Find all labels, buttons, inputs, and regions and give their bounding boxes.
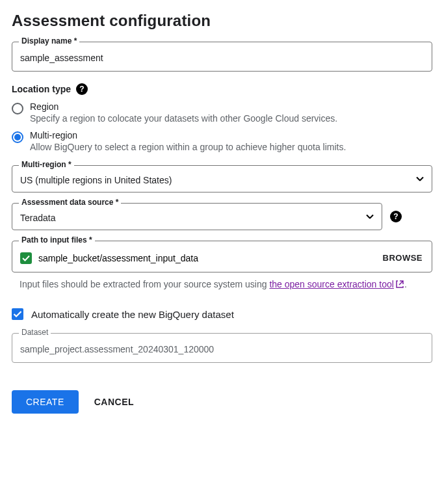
radio-region-desc: Specify a region to colocate your datase… <box>30 113 432 124</box>
auto-create-dataset-checkbox[interactable]: Automatically create the new BigQuery da… <box>12 308 432 320</box>
radio-region[interactable]: Region Specify a region to colocate your… <box>12 101 432 124</box>
radio-icon <box>12 131 23 143</box>
multi-region-label: Multi-region * <box>19 160 74 169</box>
location-type-radio-group: Region Specify a region to colocate your… <box>12 101 432 152</box>
radio-region-title: Region <box>30 101 432 112</box>
help-icon[interactable]: ? <box>76 83 88 95</box>
check-icon <box>20 252 32 264</box>
input-path-hint: Input files should be extracted from you… <box>20 278 432 293</box>
multi-region-value: US (multiple regions in United States) <box>20 175 172 185</box>
chevron-down-icon <box>416 177 424 181</box>
browse-button[interactable]: BROWSE <box>382 250 424 265</box>
radio-icon <box>12 103 23 114</box>
dataset-field: Dataset <box>12 333 432 363</box>
external-link-icon <box>395 279 404 293</box>
extraction-tool-link[interactable]: the open source extraction tool <box>269 279 404 289</box>
dataset-input <box>20 343 424 356</box>
data-source-label: Assessment data source * <box>19 198 121 207</box>
location-type-label: Location type <box>12 84 71 94</box>
radio-multi-region-desc: Allow BigQuery to select a region within… <box>30 142 432 152</box>
create-button[interactable]: CREATE <box>12 390 79 414</box>
input-path-label: Path to input files * <box>19 235 95 245</box>
checkbox-icon <box>12 308 23 320</box>
radio-multi-region[interactable]: Multi-region Allow BigQuery to select a … <box>12 130 432 152</box>
display-name-input[interactable] <box>20 51 424 64</box>
display-name-label: Display name * <box>19 36 79 46</box>
data-source-select[interactable]: Assessment data source * Teradata <box>12 203 382 230</box>
radio-multi-region-title: Multi-region <box>30 130 432 140</box>
auto-create-dataset-label: Automatically create the new BigQuery da… <box>31 309 234 320</box>
data-source-value: Teradata <box>20 213 55 223</box>
dataset-label: Dataset <box>19 328 51 337</box>
cancel-button[interactable]: CANCEL <box>92 391 137 412</box>
input-path-field[interactable]: Path to input files * BROWSE <box>12 241 432 272</box>
display-name-field[interactable]: Display name * <box>12 42 432 72</box>
chevron-down-icon <box>366 215 374 219</box>
help-icon[interactable]: ? <box>390 211 402 222</box>
multi-region-select[interactable]: Multi-region * US (multiple regions in U… <box>12 165 432 192</box>
page-title: Assessment configuration <box>12 12 432 30</box>
input-path-input[interactable] <box>37 252 376 264</box>
